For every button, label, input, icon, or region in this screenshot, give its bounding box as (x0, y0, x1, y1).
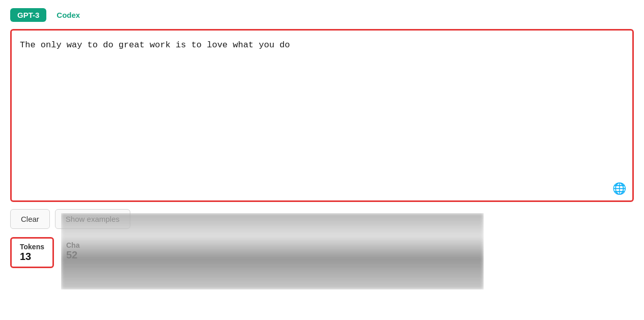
clear-button[interactable]: Clear (10, 209, 50, 229)
tokens-value: 13 (20, 251, 44, 263)
tokens-label: Tokens (20, 243, 44, 251)
emoji-icon[interactable]: 🌐 (612, 182, 626, 195)
tab-codex[interactable]: Codex (49, 8, 87, 22)
redacted-area (61, 213, 484, 289)
textarea-wrapper: 🌐 (10, 29, 634, 202)
tokens-stat-box: Tokens 13 (10, 237, 54, 268)
main-container: GPT-3 Codex 🌐 Clear Show examples Tokens… (0, 0, 644, 320)
tab-gpt3[interactable]: GPT-3 (10, 8, 46, 22)
tab-bar: GPT-3 Codex (10, 8, 634, 22)
main-textarea[interactable] (12, 31, 632, 200)
pixel-grid (61, 213, 484, 289)
